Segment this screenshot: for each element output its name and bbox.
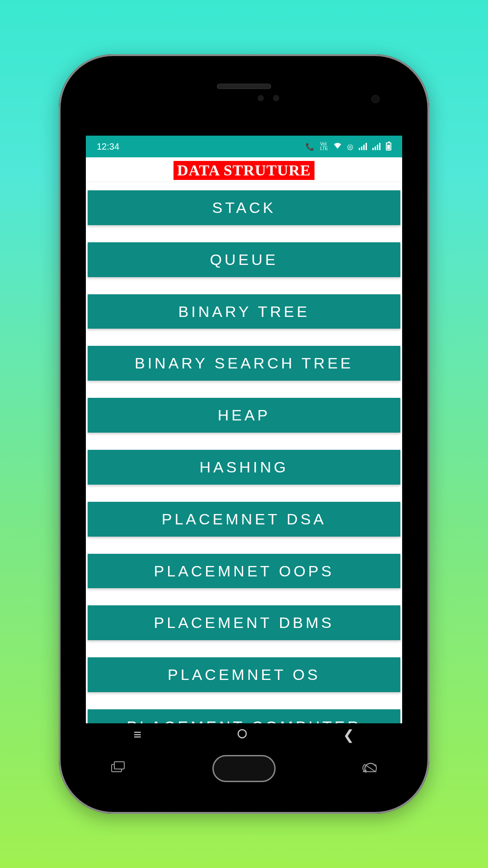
list-item-placement-dsa[interactable]: PLACEMNET DSA	[88, 502, 400, 537]
hotspot-icon: ◎	[347, 142, 353, 151]
phone-speaker	[217, 84, 271, 89]
battery-icon	[386, 142, 391, 151]
header: DATA STRUTURE	[86, 157, 402, 182]
hw-back-button[interactable]	[362, 760, 377, 777]
status-time: 12:34	[97, 142, 119, 152]
home-button-soft[interactable]	[237, 727, 248, 742]
list-item-placement-os[interactable]: PLACEMNET OS	[88, 657, 400, 692]
phone-inner: 12:34 📞 VoILTE ◎ DATA STRUTURE STACK	[68, 63, 420, 805]
list-item-hashing[interactable]: HASHING	[88, 450, 400, 485]
signal-icon	[359, 143, 367, 150]
list-item-binary-tree[interactable]: BINARY TREE	[88, 294, 400, 329]
back-button-soft[interactable]: ❮	[343, 727, 354, 743]
phone-sensors	[258, 95, 279, 101]
page-title: DATA STRUTURE	[174, 161, 314, 180]
hardware-buttons	[68, 750, 420, 787]
status-bar: 12:34 📞 VoILTE ◎	[86, 136, 402, 157]
hw-recent-button[interactable]	[111, 760, 126, 777]
phone-camera	[371, 95, 380, 103]
hw-home-button[interactable]	[212, 755, 276, 782]
soft-nav-bar: ≡ ❮	[86, 723, 402, 746]
phone-call-icon: 📞	[305, 142, 314, 151]
list-item-stack[interactable]: STACK	[88, 190, 400, 225]
screen: 12:34 📞 VoILTE ◎ DATA STRUTURE STACK	[86, 136, 402, 728]
recent-apps-button[interactable]: ≡	[134, 727, 142, 742]
signal-icon-2	[372, 143, 380, 150]
svg-point-0	[238, 730, 246, 738]
topic-list: STACK QUEUE BINARY TREE BINARY SEARCH TR…	[86, 182, 402, 728]
list-item-placement-oops[interactable]: PLACEMNET OOPS	[88, 554, 400, 589]
list-item-queue[interactable]: QUEUE	[88, 242, 400, 277]
list-item-placement-dbms[interactable]: PLACEMENT DBMS	[88, 605, 400, 640]
list-item-binary-search-tree[interactable]: BINARY SEARCH TREE	[88, 346, 400, 381]
wifi-icon	[333, 142, 342, 151]
status-icons: 📞 VoILTE ◎	[305, 142, 391, 151]
volte-icon: VoILTE	[320, 142, 328, 151]
phone-frame: 12:34 📞 VoILTE ◎ DATA STRUTURE STACK	[59, 54, 429, 814]
svg-rect-2	[114, 762, 124, 769]
list-item-heap[interactable]: HEAP	[88, 398, 400, 433]
